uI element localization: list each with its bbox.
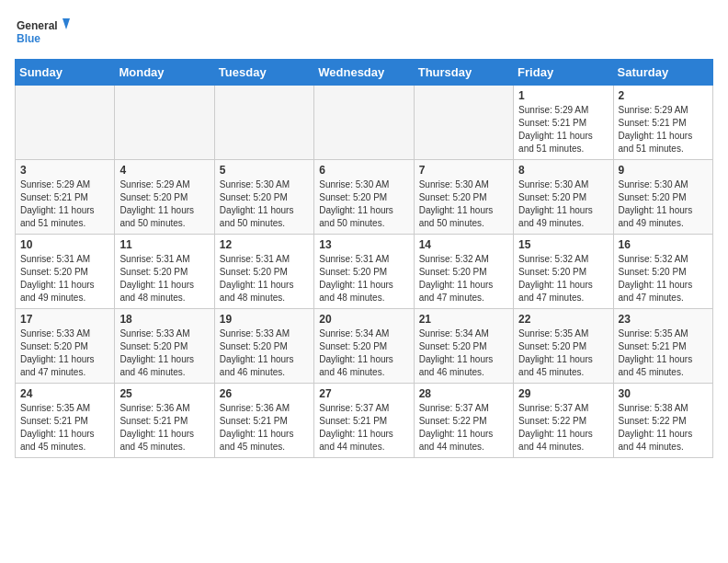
calendar-cell: 13Sunrise: 5:31 AM Sunset: 5:20 PM Dayli… — [314, 235, 414, 309]
day-number: 26 — [220, 387, 309, 400]
calendar-cell: 12Sunrise: 5:31 AM Sunset: 5:20 PM Dayli… — [214, 235, 313, 309]
svg-text:General: General — [17, 19, 58, 32]
day-number: 3 — [20, 164, 109, 177]
day-number: 5 — [220, 164, 309, 177]
day-info: Sunrise: 5:30 AM Sunset: 5:20 PM Dayligh… — [319, 178, 408, 230]
day-number: 4 — [119, 164, 209, 177]
calendar-week-3: 10Sunrise: 5:31 AM Sunset: 5:20 PM Dayli… — [16, 235, 713, 309]
day-info: Sunrise: 5:30 AM Sunset: 5:20 PM Dayligh… — [518, 178, 608, 230]
day-info: Sunrise: 5:33 AM Sunset: 5:20 PM Dayligh… — [119, 327, 209, 379]
day-number: 12 — [220, 238, 309, 251]
calendar-cell: 28Sunrise: 5:37 AM Sunset: 5:22 PM Dayli… — [414, 384, 513, 458]
calendar-cell: 27Sunrise: 5:37 AM Sunset: 5:21 PM Dayli… — [314, 384, 414, 458]
day-info: Sunrise: 5:34 AM Sunset: 5:20 PM Dayligh… — [319, 327, 408, 379]
calendar-cell: 14Sunrise: 5:32 AM Sunset: 5:20 PM Dayli… — [414, 235, 513, 309]
day-number: 2 — [619, 89, 708, 102]
logo: General Blue — [15, 15, 70, 52]
day-number: 10 — [20, 238, 109, 251]
day-info: Sunrise: 5:31 AM Sunset: 5:20 PM Dayligh… — [319, 253, 408, 304]
day-number: 28 — [419, 387, 508, 400]
day-info: Sunrise: 5:30 AM Sunset: 5:20 PM Dayligh… — [419, 178, 508, 230]
calendar-cell: 8Sunrise: 5:30 AM Sunset: 5:20 PM Daylig… — [514, 160, 613, 235]
day-number: 1 — [518, 89, 608, 102]
day-info: Sunrise: 5:29 AM Sunset: 5:21 PM Dayligh… — [518, 104, 608, 155]
day-number: 15 — [518, 238, 608, 251]
day-info: Sunrise: 5:37 AM Sunset: 5:21 PM Dayligh… — [319, 402, 408, 454]
calendar-cell: 30Sunrise: 5:38 AM Sunset: 5:22 PM Dayli… — [613, 384, 712, 458]
day-info: Sunrise: 5:29 AM Sunset: 5:21 PM Dayligh… — [20, 178, 109, 230]
day-number: 27 — [319, 387, 408, 400]
page-header: General Blue — [15, 15, 713, 52]
calendar-cell: 10Sunrise: 5:31 AM Sunset: 5:20 PM Dayli… — [16, 235, 115, 309]
calendar-cell: 17Sunrise: 5:33 AM Sunset: 5:20 PM Dayli… — [16, 309, 115, 384]
day-info: Sunrise: 5:33 AM Sunset: 5:20 PM Dayligh… — [220, 327, 309, 379]
day-number: 29 — [518, 387, 608, 400]
day-number: 13 — [319, 238, 408, 251]
calendar-cell: 21Sunrise: 5:34 AM Sunset: 5:20 PM Dayli… — [414, 309, 513, 384]
calendar-cell — [414, 86, 513, 160]
day-info: Sunrise: 5:31 AM Sunset: 5:20 PM Dayligh… — [220, 253, 309, 304]
day-info: Sunrise: 5:34 AM Sunset: 5:20 PM Dayligh… — [419, 327, 508, 379]
calendar-cell: 1Sunrise: 5:29 AM Sunset: 5:21 PM Daylig… — [514, 86, 613, 160]
day-number: 17 — [20, 313, 109, 326]
logo-svg: General Blue — [15, 15, 70, 52]
day-info: Sunrise: 5:36 AM Sunset: 5:21 PM Dayligh… — [119, 402, 209, 454]
day-number: 7 — [419, 164, 508, 177]
calendar-cell: 22Sunrise: 5:35 AM Sunset: 5:20 PM Dayli… — [514, 309, 613, 384]
weekday-header-saturday: Saturday — [613, 60, 712, 86]
day-info: Sunrise: 5:35 AM Sunset: 5:20 PM Dayligh… — [518, 327, 608, 379]
day-info: Sunrise: 5:32 AM Sunset: 5:20 PM Dayligh… — [619, 253, 708, 304]
day-number: 6 — [319, 164, 408, 177]
calendar-cell: 15Sunrise: 5:32 AM Sunset: 5:20 PM Dayli… — [514, 235, 613, 309]
day-number: 9 — [619, 164, 708, 177]
day-info: Sunrise: 5:31 AM Sunset: 5:20 PM Dayligh… — [119, 253, 209, 304]
weekday-header-tuesday: Tuesday — [214, 60, 313, 86]
day-info: Sunrise: 5:38 AM Sunset: 5:22 PM Dayligh… — [619, 402, 708, 454]
calendar-cell: 29Sunrise: 5:37 AM Sunset: 5:22 PM Dayli… — [514, 384, 613, 458]
calendar-cell: 7Sunrise: 5:30 AM Sunset: 5:20 PM Daylig… — [414, 160, 513, 235]
weekday-header-monday: Monday — [115, 60, 214, 86]
calendar-cell: 4Sunrise: 5:29 AM Sunset: 5:20 PM Daylig… — [115, 160, 214, 235]
day-info: Sunrise: 5:37 AM Sunset: 5:22 PM Dayligh… — [419, 402, 508, 454]
day-info: Sunrise: 5:32 AM Sunset: 5:20 PM Dayligh… — [419, 253, 508, 304]
day-info: Sunrise: 5:30 AM Sunset: 5:20 PM Dayligh… — [220, 178, 309, 230]
day-number: 18 — [119, 313, 209, 326]
weekday-header-wednesday: Wednesday — [314, 60, 414, 86]
calendar-cell — [214, 86, 313, 160]
calendar-cell: 2Sunrise: 5:29 AM Sunset: 5:21 PM Daylig… — [613, 86, 712, 160]
day-info: Sunrise: 5:29 AM Sunset: 5:21 PM Dayligh… — [619, 104, 708, 155]
calendar-cell: 18Sunrise: 5:33 AM Sunset: 5:20 PM Dayli… — [115, 309, 214, 384]
day-info: Sunrise: 5:37 AM Sunset: 5:22 PM Dayligh… — [518, 402, 608, 454]
day-number: 11 — [119, 238, 209, 251]
day-number: 19 — [220, 313, 309, 326]
calendar-cell: 19Sunrise: 5:33 AM Sunset: 5:20 PM Dayli… — [214, 309, 313, 384]
day-info: Sunrise: 5:33 AM Sunset: 5:20 PM Dayligh… — [20, 327, 109, 379]
day-number: 22 — [518, 313, 608, 326]
day-info: Sunrise: 5:36 AM Sunset: 5:21 PM Dayligh… — [220, 402, 309, 454]
day-info: Sunrise: 5:31 AM Sunset: 5:20 PM Dayligh… — [20, 253, 109, 304]
day-number: 20 — [319, 313, 408, 326]
calendar-cell: 24Sunrise: 5:35 AM Sunset: 5:21 PM Dayli… — [16, 384, 115, 458]
calendar-cell: 16Sunrise: 5:32 AM Sunset: 5:20 PM Dayli… — [613, 235, 712, 309]
day-number: 8 — [518, 164, 608, 177]
calendar-cell: 20Sunrise: 5:34 AM Sunset: 5:20 PM Dayli… — [314, 309, 414, 384]
calendar-week-5: 24Sunrise: 5:35 AM Sunset: 5:21 PM Dayli… — [16, 384, 713, 458]
calendar-cell: 11Sunrise: 5:31 AM Sunset: 5:20 PM Dayli… — [115, 235, 214, 309]
day-number: 23 — [619, 313, 708, 326]
day-info: Sunrise: 5:35 AM Sunset: 5:21 PM Dayligh… — [20, 402, 109, 454]
calendar-cell: 5Sunrise: 5:30 AM Sunset: 5:20 PM Daylig… — [214, 160, 313, 235]
calendar-cell: 9Sunrise: 5:30 AM Sunset: 5:20 PM Daylig… — [613, 160, 712, 235]
calendar-cell — [115, 86, 214, 160]
weekday-header-sunday: Sunday — [16, 60, 115, 86]
calendar-cell — [314, 86, 414, 160]
day-info: Sunrise: 5:29 AM Sunset: 5:20 PM Dayligh… — [119, 178, 209, 230]
calendar-cell: 6Sunrise: 5:30 AM Sunset: 5:20 PM Daylig… — [314, 160, 414, 235]
day-number: 24 — [20, 387, 109, 400]
day-number: 14 — [419, 238, 508, 251]
svg-text:Blue: Blue — [17, 32, 40, 45]
weekday-header-friday: Friday — [514, 60, 613, 86]
calendar-week-1: 1Sunrise: 5:29 AM Sunset: 5:21 PM Daylig… — [16, 86, 713, 160]
day-number: 30 — [619, 387, 708, 400]
calendar-week-2: 3Sunrise: 5:29 AM Sunset: 5:21 PM Daylig… — [16, 160, 713, 235]
calendar-cell: 3Sunrise: 5:29 AM Sunset: 5:21 PM Daylig… — [16, 160, 115, 235]
